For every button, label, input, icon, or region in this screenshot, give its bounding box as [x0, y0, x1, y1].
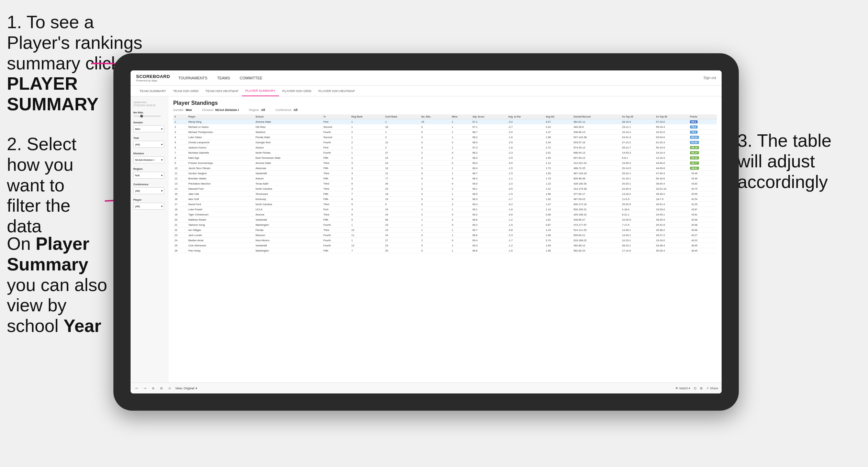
nav-committee[interactable]: COMMITTEE [240, 75, 263, 81]
gender-select[interactable]: Men ▾ [133, 125, 164, 132]
cell-wins: 1 [450, 130, 471, 135]
cell-reg-rank: 1 [350, 155, 384, 160]
undo-btn[interactable]: ↩ [134, 386, 140, 391]
watch-btn[interactable]: 👁 Watch ▾ [675, 387, 690, 390]
copy-btn[interactable]: ⊕ [151, 386, 156, 391]
subnav-player-h2h-grid[interactable]: PLAYER H2H GRID [279, 85, 315, 96]
cell-wins: 0 [450, 212, 471, 217]
nav-tournaments[interactable]: TOURNAMENTS [178, 75, 208, 81]
slider-thumb[interactable] [140, 115, 143, 118]
cell-vs-top25: 26-23-1 [621, 243, 655, 248]
nav-teams[interactable]: TEAMS [217, 75, 230, 81]
timer-btn[interactable]: ⊙ [167, 386, 173, 391]
player-select[interactable]: (All) ▾ [133, 203, 164, 210]
cell-avg-to-par: -0.5 [507, 160, 544, 166]
cell-no-rds: 0 [420, 135, 450, 140]
cell-wins: 1 [450, 248, 471, 253]
cell-vs-top25: 28-15-0 [621, 119, 655, 124]
cell-points: 43.36 [689, 176, 717, 181]
cell-rank: 8 [173, 155, 187, 160]
cell-yr: Fifth [322, 191, 350, 197]
cell-avg-to-par: -1.0 [507, 181, 544, 186]
nav-right: Sign out [703, 76, 716, 80]
cell-yr: Third [322, 160, 350, 166]
cell-points: 43.87 [689, 207, 717, 212]
cell-no-rds: 1 [420, 217, 450, 222]
cell-avg-sg: 2.01 [544, 150, 572, 155]
cell-reg-rank: 4 [350, 171, 384, 176]
cell-no-rds: 0 [420, 186, 450, 191]
view-selector[interactable]: View: Original ▾ [175, 387, 197, 390]
redo-btn[interactable]: ↪ [142, 386, 148, 391]
cell-player: Petr Hruby [187, 248, 254, 253]
table-row: 24 Bastien Amat New Mexico Fourth 1 27 2… [173, 238, 717, 243]
cell-wins: 1 [450, 207, 471, 212]
cell-conf-rank: 77 [384, 176, 420, 181]
cell-avg-sg: 1.68 [544, 233, 572, 238]
cell-avg-to-par: -0.6 [507, 212, 544, 217]
cell-avg-sg: 1.41 [544, 186, 572, 191]
table-row: 16 Alex Goff Kentucky Fifth 8 19 0 0 68.… [173, 197, 717, 202]
cell-points: 40.98 [689, 222, 717, 227]
cell-reg-rank: 1 [350, 238, 384, 243]
cell-avg-sg: 1.50 [544, 171, 572, 176]
cell-vs-top25: 28-12-7 [621, 145, 655, 150]
cell-player: Nicholas Gabrielis [187, 150, 254, 155]
division-select[interactable]: NCAA Division I ▾ [133, 156, 164, 163]
cell-wins: 1 [450, 243, 471, 248]
cell-yr: First [322, 119, 350, 124]
cell-conf-rank: 1 [384, 119, 420, 124]
cell-no-rds: 0 [420, 233, 450, 238]
no-rds-slider[interactable] [133, 115, 161, 117]
cell-avg-to-par: -3.2 [507, 119, 544, 124]
cell-wins: 0 [450, 181, 471, 186]
cell-overall: 898-54-13 [572, 150, 621, 155]
nav-signout[interactable]: Sign out [703, 76, 716, 80]
cell-school: Vanderbilt [254, 243, 322, 248]
cell-reg-rank: 8 [350, 197, 384, 202]
cell-adj-score: 68.7 [471, 130, 507, 135]
cell-reg-rank: 1 [350, 119, 384, 124]
subnav-team-h2h-grid[interactable]: TEAM H2H GRID [169, 85, 202, 96]
cell-rank: 14 [173, 186, 187, 191]
cell-avg-sg: 1.65 [544, 243, 572, 248]
cell-conf-rank: 24 [384, 160, 420, 166]
subnav-team-summary[interactable]: TEAM SUMMARY [136, 85, 169, 96]
cell-overall: 473-177-57 [572, 222, 621, 227]
cell-adj-score: 69.4 [471, 202, 507, 207]
cell-overall: 412-221-24 [572, 160, 621, 166]
table-row: 17 David Ford North Carolina Third 9 9 0… [173, 202, 717, 207]
subnav-player-summary[interactable]: PLAYER SUMMARY [242, 85, 279, 96]
cell-avg-sg: 3.10 [544, 124, 572, 130]
cell-school: Missouri [254, 233, 322, 238]
cell-overall: 492-66-12 [572, 243, 621, 248]
region-select[interactable]: N/A ▾ [133, 172, 164, 179]
year-select[interactable]: (All) ▾ [133, 141, 164, 148]
share-btn[interactable]: ↗ Share [706, 387, 718, 390]
cell-player: Luke Powell [187, 207, 254, 212]
cell-vs-top50: 22-22-0 [655, 130, 689, 135]
cell-avg-to-par: -1.7 [507, 238, 544, 243]
cell-overall: 514-111-52 [572, 227, 621, 233]
cell-player: Jake Hall [187, 191, 254, 197]
cell-points: 38.95 [689, 243, 717, 248]
paste-btn[interactable]: ⊞ [159, 386, 164, 391]
cell-player: Mats Ege [187, 155, 254, 160]
cell-rank: 16 [173, 197, 187, 202]
toolbar-icon1[interactable]: ⊡ [694, 387, 697, 390]
year-label: Year [133, 136, 165, 140]
cell-vs-top50: 38-40-4 [655, 181, 689, 186]
cell-yr: First [322, 145, 350, 150]
cell-vs-top50: 25-42-9 [655, 222, 689, 227]
cell-vs-top25: 11-5-3 [621, 197, 655, 202]
conference-select[interactable]: (All) ▾ [133, 187, 164, 194]
cell-points: 66.04 [689, 135, 717, 140]
subnav-player-h2h-heatmap[interactable]: PLAYER H2H HEATMAP [315, 85, 358, 96]
cell-yr: Third [322, 186, 350, 191]
cell-vs-top50: 19-29-0 [655, 207, 689, 212]
toolbar-icon2[interactable]: ⊞ [700, 387, 703, 390]
subnav-team-h2h-heatmap[interactable]: TEAM H2H HEATMAP [202, 85, 242, 96]
table-row: 10 Jacob Skov Olesen Arkansas Fifth 3 10… [173, 166, 717, 171]
cell-points: 43.81 [689, 212, 717, 217]
cell-avg-to-par: -1.2 [507, 243, 544, 248]
